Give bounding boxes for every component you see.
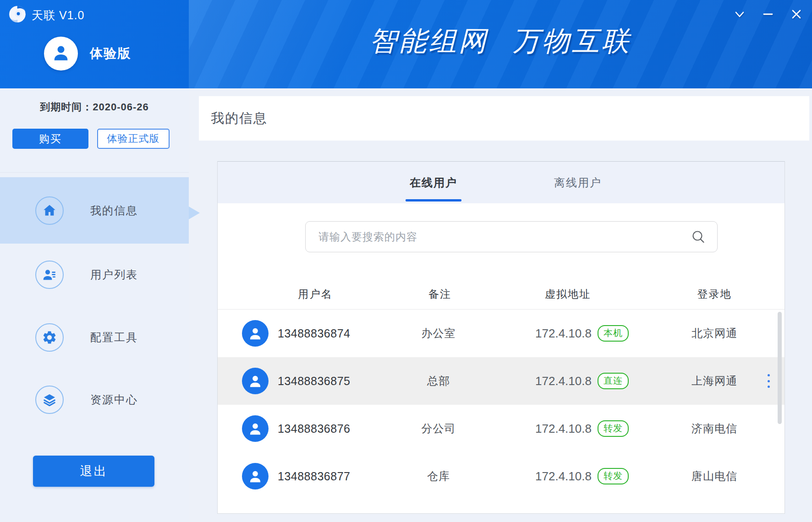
chevron-down-icon	[733, 7, 746, 23]
minimize-button[interactable]	[759, 6, 777, 24]
logout-button[interactable]: 退出	[33, 456, 154, 487]
tab-online-users[interactable]: 在线用户	[388, 162, 479, 203]
slogan-part2: 万物互联	[512, 25, 631, 57]
window-controls	[730, 6, 806, 24]
edition-label: 体验版	[90, 45, 131, 62]
sidebar-item-resource-center[interactable]: 资源中心	[0, 371, 189, 428]
sidebar-item-user-list[interactable]: 用户列表	[0, 246, 189, 303]
ip-address: 172.4.10.8	[535, 469, 592, 484]
user-avatar-icon	[242, 320, 269, 347]
column-header-virtual-address: 虚拟地址	[522, 279, 614, 309]
sidebar-item-config-tools[interactable]: 配置工具	[0, 309, 189, 366]
column-header-username: 用户名	[269, 279, 361, 309]
user-avatar-icon	[242, 368, 269, 394]
cell-login-location: 济南电信	[669, 405, 760, 452]
avatar	[44, 37, 78, 71]
app-title: 天联 V1.0	[32, 8, 84, 23]
user-avatar-icon	[242, 415, 269, 442]
user-list-icon	[35, 261, 64, 289]
minimize-to-tray-button[interactable]	[730, 6, 749, 24]
cell-note: 分公司	[392, 405, 485, 452]
app-window: 智能组网万物互联	[0, 0, 812, 522]
table-row[interactable]: 13488836874 办公室 172.4.10.8 本机 北京网通	[218, 310, 785, 357]
cell-username: 13488836874	[278, 310, 350, 357]
home-icon	[35, 196, 64, 225]
connection-badge: 直连	[598, 373, 629, 389]
cell-login-location: 北京网通	[669, 310, 760, 357]
cell-username: 13488836876	[278, 405, 350, 452]
sidebar-header: 天联 V1.0 体验版	[0, 0, 189, 88]
person-icon	[51, 43, 71, 65]
close-icon	[790, 7, 803, 23]
slogan-calligraphy: 智能组网万物互联	[189, 23, 812, 60]
users-panel: 在线用户 离线用户 用户名 备注 虚拟地址 登录地 13488836874 办公…	[217, 161, 785, 514]
cell-note: 仓库	[392, 452, 485, 500]
user-avatar-icon	[242, 463, 269, 489]
cell-note: 办公室	[392, 310, 485, 357]
cell-note: 总部	[392, 357, 485, 405]
sidebar-divider	[0, 172, 189, 173]
table-row[interactable]: 13488836875 总部 172.4.10.8 直连 上海网通	[218, 357, 785, 405]
search-input[interactable]	[318, 222, 680, 252]
expiry-label: 到期时间：	[40, 101, 93, 113]
page-title: 我的信息	[211, 109, 268, 128]
sidebar-item-label: 用户列表	[90, 267, 138, 282]
ip-address: 172.4.10.8	[535, 374, 592, 388]
expiry-line: 到期时间：2020-06-26	[0, 100, 189, 114]
gear-icon	[35, 323, 64, 352]
search-box	[305, 221, 718, 252]
cell-virtual-address: 172.4.10.8 转发	[520, 405, 644, 452]
row-actions-kebab-icon[interactable]	[764, 374, 773, 388]
cell-virtual-address: 172.4.10.8 直连	[520, 357, 644, 405]
active-item-arrow	[189, 207, 200, 219]
slogan-part1: 智能组网	[369, 25, 488, 57]
table-scrollbar-thumb[interactable]	[778, 312, 782, 424]
sidebar-item-label: 我的信息	[90, 203, 138, 218]
active-tab-underline	[406, 199, 461, 201]
connection-badge: 转发	[598, 420, 629, 437]
column-header-note: 备注	[394, 279, 486, 309]
cell-virtual-address: 172.4.10.8 转发	[520, 452, 644, 500]
cell-username: 13488836877	[278, 452, 350, 500]
tab-offline-users[interactable]: 离线用户	[532, 162, 624, 203]
brand: 天联 V1.0	[8, 5, 84, 25]
search-icon[interactable]	[691, 229, 706, 245]
sidebar-item-label: 资源中心	[90, 392, 138, 407]
trial-official-button[interactable]: 体验正式版	[97, 129, 170, 149]
top-banner: 智能组网万物互联	[189, 0, 812, 88]
layers-icon	[35, 386, 64, 414]
minus-icon	[761, 7, 775, 23]
close-button[interactable]	[787, 6, 806, 24]
sidebar-item-label: 配置工具	[90, 330, 138, 345]
cell-username: 13488836875	[278, 357, 350, 405]
buy-button[interactable]: 购买	[12, 129, 88, 149]
table-row[interactable]: 13488836876 分公司 172.4.10.8 转发 济南电信	[218, 405, 785, 452]
cell-virtual-address: 172.4.10.8 本机	[520, 310, 644, 357]
cell-login-location: 上海网通	[669, 357, 760, 405]
connection-badge: 本机	[598, 325, 629, 342]
table-header: 用户名 备注 虚拟地址 登录地	[218, 279, 785, 309]
tab-bar: 在线用户 离线用户	[218, 162, 785, 203]
account-summary: 体验版	[44, 37, 131, 71]
column-header-login-location: 登录地	[669, 279, 760, 309]
ip-address: 172.4.10.8	[535, 326, 592, 341]
sidebar-item-my-info[interactable]: 我的信息	[0, 177, 189, 244]
cell-login-location: 唐山电信	[669, 452, 760, 500]
page-title-bar: 我的信息	[199, 96, 809, 141]
ip-address: 172.4.10.8	[535, 422, 592, 436]
logo-icon	[8, 5, 27, 25]
expiry-date: 2020-06-26	[93, 101, 149, 113]
connection-badge: 转发	[598, 468, 629, 484]
sidebar: 天联 V1.0 体验版 到期时间：2020-06-26 购买 体验正式版	[0, 0, 189, 522]
table-row[interactable]: 13488836877 仓库 172.4.10.8 转发 唐山电信	[218, 452, 785, 500]
